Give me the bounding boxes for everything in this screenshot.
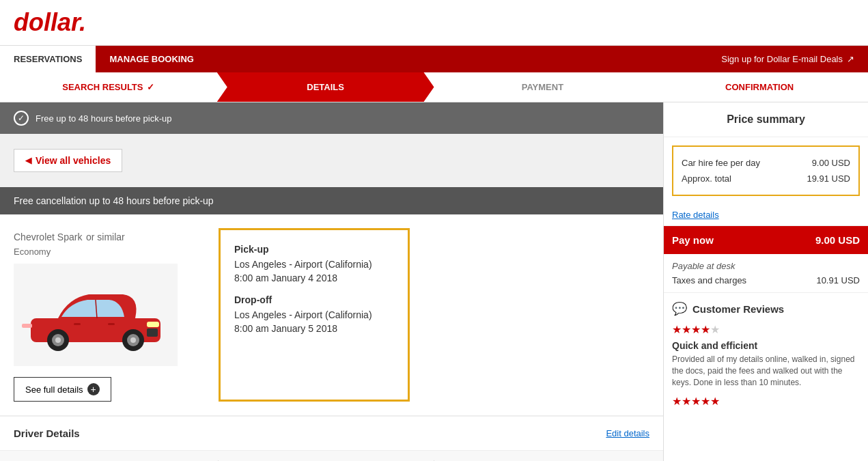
payable-at-desk-label: Payable at desk [672, 261, 860, 271]
approx-total-value: 19.91 USD [807, 173, 850, 184]
vehicle-image [14, 264, 178, 366]
vehicle-category: Economy [14, 247, 205, 257]
reviews-title: Customer Reviews [692, 303, 784, 315]
driver-details-row: Driver Details Edit details [0, 416, 663, 450]
pay-now-value: 9.00 USD [815, 234, 860, 246]
nav-manage-booking[interactable]: MANAGE BOOKING [96, 46, 208, 72]
taxes-value: 10.91 USD [816, 275, 860, 285]
svg-point-11 [130, 337, 136, 343]
pay-now-label: Pay now [672, 234, 714, 246]
view-all-vehicles-button[interactable]: ◀ View all vehicles [14, 149, 122, 172]
pickup-location: Los Angeles - Airport (California) [234, 259, 394, 270]
plus-icon: + [87, 383, 100, 395]
header: dollar. [0, 0, 868, 46]
driver-details-label: Driver Details [14, 428, 80, 439]
dropoff-time: 8:00 am January 5 2018 [234, 323, 394, 334]
taxes-label: Taxes and charges [672, 275, 746, 285]
car-hire-label: Car hire fee per day [682, 158, 760, 168]
price-summary-title: Price summary [664, 102, 868, 137]
vehicle-info: Chevrolet Spark or similar Economy [14, 228, 205, 402]
vehicle-name: Chevrolet Spark or similar [14, 228, 205, 244]
step-payment[interactable]: PAYMENT [434, 72, 652, 102]
check-circle-icon: ✓ [14, 111, 29, 126]
navigation: RESERVATIONS MANAGE BOOKING Sign up for … [0, 46, 868, 72]
payable-section: Payable at desk Taxes and charges 10.91 … [664, 254, 868, 293]
external-link-icon: ↗ [847, 54, 854, 64]
vehicle-section: Chevrolet Spark or similar Economy [0, 214, 663, 416]
svg-rect-3 [147, 322, 159, 327]
sidebar: Price summary Car hire fee per day 9.00 … [663, 102, 868, 461]
edit-details-link[interactable]: Edit details [606, 428, 649, 438]
pickup-label: Pick-up [234, 244, 394, 255]
step-search-results[interactable]: SEARCH RESULTS ✓ [0, 72, 217, 102]
approx-total-row: Approx. total 19.91 USD [682, 171, 850, 186]
approx-total-label: Approx. total [682, 173, 731, 184]
step-confirmation[interactable]: CONFIRMATION [651, 72, 868, 102]
svg-rect-4 [22, 324, 32, 328]
svg-rect-5 [147, 329, 158, 337]
dropoff-section: Drop-off Los Angeles - Airport (Californ… [234, 294, 394, 334]
review1-stars: ★★★★★ [672, 323, 860, 336]
booking-details-box: Pick-up Los Angeles - Airport (Californi… [219, 228, 410, 402]
logo: dollar. [14, 8, 854, 37]
pickup-section: Pick-up Los Angeles - Airport (Californi… [234, 244, 394, 283]
progress-bar: SEARCH RESULTS ✓ DETAILS PAYMENT CONFIRM… [0, 72, 868, 102]
review2-stars: ★★★★★ [672, 395, 860, 408]
free-cancel-notice: Free cancellation up to 48 hours before … [0, 187, 663, 214]
main-layout: ✓ Free up to 48 hours before pick-up ◀ V… [0, 102, 868, 461]
main-content: ✓ Free up to 48 hours before pick-up ◀ V… [0, 102, 663, 461]
pickup-time: 8:00 am January 4 2018 [234, 273, 394, 283]
customer-reviews-section: 💬 Customer Reviews ★★★★★ Quick and effic… [664, 293, 868, 416]
svg-rect-13 [108, 323, 115, 325]
step-details[interactable]: DETAILS [217, 72, 434, 102]
svg-point-8 [55, 337, 61, 343]
chat-bubble-icon: 💬 [672, 301, 687, 316]
rate-details-link[interactable]: Rate details [664, 204, 868, 226]
dropoff-location: Los Angeles - Airport (California) [234, 309, 394, 320]
review1-text: Provided all of my details online, walke… [672, 354, 860, 388]
price-box: Car hire fee per day 9.00 USD Approx. to… [672, 145, 860, 196]
car-hire-row: Car hire fee per day 9.00 USD [682, 155, 850, 171]
svg-rect-12 [74, 323, 81, 325]
footer-info-row: Fuel policy: Full to Full i Pick-up loca… [0, 450, 663, 461]
reviews-header: 💬 Customer Reviews [672, 301, 860, 316]
dropoff-label: Drop-off [234, 294, 394, 305]
arrow-left-icon: ◀ [25, 156, 31, 165]
nav-reservations[interactable]: RESERVATIONS [0, 46, 96, 72]
checkmark-icon: ✓ [147, 82, 154, 92]
free-cancellation-bar: ✓ Free up to 48 hours before pick-up [0, 102, 663, 134]
review1-title: Quick and efficient [672, 340, 860, 351]
pay-now-row: Pay now 9.00 USD [664, 226, 868, 254]
nav-deals[interactable]: Sign up for Dollar E-mail Deals ↗ [708, 46, 868, 72]
car-hire-value: 9.00 USD [812, 158, 850, 168]
taxes-row: Taxes and charges 10.91 USD [672, 275, 860, 285]
see-full-details-button[interactable]: See full details + [14, 377, 111, 402]
